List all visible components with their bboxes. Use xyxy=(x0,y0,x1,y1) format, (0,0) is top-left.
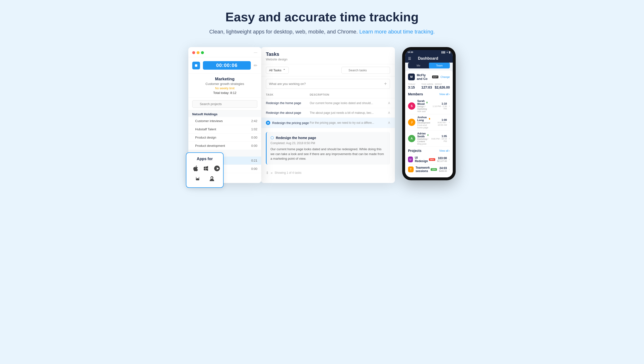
learn-more-link[interactable]: Learn more about time tracking. xyxy=(359,29,435,35)
member-avatar-adrian: A xyxy=(408,135,415,142)
status-dot-green xyxy=(426,102,427,104)
col-description: DESCRIPTION xyxy=(310,93,375,96)
member-time-range-sarah: 1:10 PM - 2:30 PM xyxy=(430,105,447,110)
screenshots-container: ··· 00:00:06 ✏ Marketing Customer growth… xyxy=(188,47,456,183)
member-info-adrian: Adrian Smith Marketing / Content Blog po… xyxy=(417,132,428,145)
search-projects-input[interactable] xyxy=(192,100,257,108)
project-item-time: 0:00 xyxy=(251,136,257,139)
project-hours-teamwork: 24:03 xyxy=(439,166,447,170)
member-time-range-adrian: 9:05 PM - 10:10 PM xyxy=(431,138,447,142)
tasks-header: Tasks Website design xyxy=(261,47,395,64)
stat-spent: SPENT $2,626.00 xyxy=(435,83,450,89)
what-working-input[interactable] xyxy=(269,82,384,86)
member-avatar-sarah: S xyxy=(408,102,415,110)
project-item-name: Customer inteviews xyxy=(195,119,223,123)
tasks-table-header: TASK DESCRIPTION xyxy=(261,91,395,98)
expand-icon[interactable]: « xyxy=(271,171,273,175)
tasks-toolbar: All Tasks ⌃ xyxy=(261,64,395,76)
tasks-title: Tasks xyxy=(266,52,390,57)
edit-timer-icon[interactable]: ✏ xyxy=(254,63,257,68)
subtitle-text: Clean, lightweight apps for desktop, web… xyxy=(209,29,358,35)
member-initials-adrian: A xyxy=(408,135,415,142)
stat-week: THIS WEEK 127:03 xyxy=(421,83,434,89)
stop-button[interactable] xyxy=(192,62,200,70)
project-avatar-teamwork: T xyxy=(408,166,414,172)
phone-menu-icon[interactable]: ☰ xyxy=(408,56,411,60)
project-row-ui-redesign[interactable]: U UI Redesign 50% 103:00 $2,127.00 › xyxy=(408,154,450,164)
member-name-joshua: Joshua Long xyxy=(417,116,430,122)
project-name-text: Teamwork sessions xyxy=(415,166,430,173)
add-task-button[interactable]: + xyxy=(384,81,387,87)
tab-me[interactable]: Me xyxy=(408,62,429,68)
all-tasks-label: All Tasks xyxy=(269,68,281,72)
play-icon[interactable] xyxy=(266,120,270,125)
phone-time: 10:30 xyxy=(407,51,413,54)
close-button[interactable] xyxy=(192,51,195,54)
member-time-sarah: 1:10 1:10 PM - 2:30 PM xyxy=(430,102,447,110)
task-row-1[interactable]: Redesign the home page Our current home … xyxy=(261,98,395,108)
search-tasks-input[interactable] xyxy=(341,67,390,74)
stop-icon xyxy=(195,64,197,67)
task-time-3: A xyxy=(375,121,390,124)
all-tasks-dropdown[interactable]: All Tasks ⌃ xyxy=(266,67,289,74)
desktop-app-window: ··· 00:00:06 ✏ Marketing Customer growth… xyxy=(188,47,261,183)
member-name-text: Joshua Long xyxy=(417,116,428,122)
task-row-3[interactable]: Redesign the pricing page For the pricin… xyxy=(261,118,395,128)
status-dot-green xyxy=(427,134,428,136)
view-all-text: View all xyxy=(439,149,449,152)
traffic-lights xyxy=(192,51,204,54)
tasks-panel: Tasks Website design All Tasks ⌃ + TASK … xyxy=(261,47,395,183)
window-menu-icon[interactable]: ··· xyxy=(254,50,257,55)
members-view-all[interactable]: View all › xyxy=(439,93,450,96)
member-row-adrian[interactable]: A Adrian Smith Marketing / Content Blog … xyxy=(408,130,450,147)
project-item-time: 1:02 xyxy=(251,128,257,131)
project-time-ui: 103:00 $2,127.00 xyxy=(437,156,447,162)
project-item-product-development[interactable]: Product development 0:00 xyxy=(188,142,261,150)
projects-view-all[interactable]: View all › xyxy=(439,149,450,152)
tab-team[interactable]: Team xyxy=(429,62,450,68)
stat-today: TODAY 3:15 xyxy=(408,83,420,89)
windows-icon xyxy=(202,164,211,173)
page-subtitle: Clean, lightweight apps for desktop, web… xyxy=(209,29,435,35)
member-info-sarah: Sarah Wood Design / Marketing Nbk task xyxy=(417,100,427,112)
phone-content: M McFly and Co EDT Change TODAY 3:15 THI… xyxy=(405,70,453,178)
member-role-sarah: Design / Marketing xyxy=(417,105,427,110)
project-task: Customer growth strategies xyxy=(192,82,257,86)
maximize-button[interactable] xyxy=(201,51,204,54)
project-item-customer-interviews[interactable]: Customer inteviews 2:42 xyxy=(188,117,261,125)
phone-projects-header: Projects View all › xyxy=(408,149,450,153)
collapse-icon[interactable]: ⇕ xyxy=(266,171,269,175)
project-group-netsoft: Netsoft Holdings xyxy=(188,110,261,117)
project-item-hubstaff-talent[interactable]: Hubstaff Talent 1:02 xyxy=(188,125,261,134)
project-row-teamwork[interactable]: T Teamwork sessions 13% 24:03 $499.00 › xyxy=(408,164,450,174)
wifi-icon: ⊕ xyxy=(447,51,448,54)
search-projects-section xyxy=(188,98,261,110)
chevron-right-icon: › xyxy=(449,168,450,171)
project-item-product-design[interactable]: Product design 0:00 xyxy=(188,134,261,142)
task-row-2[interactable]: Redesign the about page The about page j… xyxy=(261,108,395,118)
task-detail-icon: ⬡ xyxy=(271,136,274,140)
minimize-button[interactable] xyxy=(196,51,199,54)
apps-icons-bottom-row xyxy=(191,175,218,184)
member-time-value-adrian: 1:05 xyxy=(431,135,447,138)
member-task-sarah: Nbk task xyxy=(417,110,427,112)
project-item-name: Product development xyxy=(195,144,225,148)
member-row-sarah[interactable]: S Sarah Wood Design / Marketing Nbk task… xyxy=(408,98,450,114)
battery-icon: ▓ xyxy=(449,51,450,54)
phone-tab-bar: Me Team xyxy=(408,62,450,68)
phone-org-row: M McFly and Co EDT Change xyxy=(408,73,450,80)
apps-for-box: Apps for xyxy=(186,152,224,188)
members-title: Members xyxy=(408,92,423,96)
window-titlebar: ··· xyxy=(188,47,261,57)
member-role-joshua: Development xyxy=(417,122,430,124)
phone-org-change[interactable]: Change xyxy=(440,76,450,78)
member-name-text: Sarah Wood xyxy=(417,100,425,105)
member-initials-sarah: S xyxy=(408,102,415,110)
showing-tasks: ⇕ « Showing 1 of 4 tasks xyxy=(261,168,395,177)
status-dot-yellow xyxy=(429,118,430,120)
stat-spent-value: $2,626.00 xyxy=(435,86,450,89)
showing-tasks-text: Showing 1 of 4 tasks xyxy=(275,171,302,174)
member-row-joshua[interactable]: J Joshua Long Development Front-end home… xyxy=(408,114,450,130)
project-avatar-ui: U xyxy=(408,156,413,162)
project-name-ui: UI Redesign 50% xyxy=(415,156,435,163)
